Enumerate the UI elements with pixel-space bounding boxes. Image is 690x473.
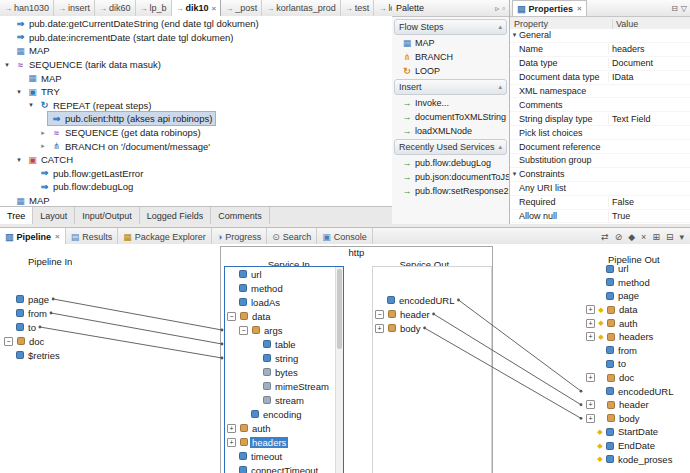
expander-icon[interactable]	[251, 354, 259, 362]
tree-expander-icon[interactable]	[14, 156, 24, 164]
palette-item[interactable]: Invoke...	[392, 96, 509, 110]
property-row[interactable]: Document data type IData	[510, 71, 690, 85]
field-label[interactable]: to	[616, 358, 628, 369]
property-value[interactable]: False	[608, 197, 690, 207]
pipeline-field-row[interactable]: page	[2, 292, 182, 306]
flow-step-row[interactable]: pub.flow:getLastError	[0, 167, 392, 181]
expander-icon[interactable]	[227, 312, 236, 321]
view-menu-icon[interactable]: ▾	[679, 232, 684, 242]
property-row[interactable]: Comments	[510, 98, 690, 112]
field-label[interactable]: mimeStream	[273, 381, 331, 392]
palette-item-label[interactable]: Invoke...	[415, 98, 449, 108]
property-row[interactable]: String display type Text Field	[510, 112, 690, 126]
field-label[interactable]: doc	[617, 372, 636, 383]
flow-step-row[interactable]: pub.flow:debugLog	[0, 180, 392, 194]
pin-palette-icon[interactable]: ▫	[502, 4, 505, 13]
field-label[interactable]: data	[617, 304, 640, 315]
field-label[interactable]: kode_proses	[616, 454, 674, 465]
flow-step-label[interactable]: MAP	[41, 73, 62, 84]
pipeline-field-row[interactable]: encodedURL	[373, 293, 491, 307]
flow-step-row[interactable]: pub.date:getCurrentDateString (end date …	[0, 17, 392, 31]
palette-item-label[interactable]: MAP	[415, 38, 435, 48]
expander-icon[interactable]	[586, 305, 595, 314]
field-label[interactable]: body	[398, 323, 423, 334]
flow-step-label[interactable]: SEQUENCE (get data robinops)	[65, 127, 201, 138]
property-value[interactable]: Text Field	[608, 114, 690, 124]
flow-step-label[interactable]: REPEAT (repeat steps)	[53, 100, 151, 111]
expander-icon[interactable]	[227, 424, 236, 433]
expander-icon[interactable]	[586, 414, 595, 423]
map-link-icon[interactable]: ⇄	[601, 232, 609, 242]
close-tab-icon[interactable]	[212, 4, 217, 13]
pipeline-field-row[interactable]: to	[2, 320, 182, 334]
flow-step-row[interactable]: BRANCH on '/document/message'	[0, 139, 392, 153]
field-label[interactable]: body	[617, 413, 642, 424]
expander-icon[interactable]	[586, 442, 594, 450]
field-label[interactable]: args	[262, 325, 284, 336]
scrollbar-thumb[interactable]	[337, 269, 342, 349]
property-value[interactable]: True	[608, 211, 690, 221]
palette-item-label[interactable]: pub.flow:setResponse2	[415, 186, 509, 196]
palette-item-label[interactable]: Recently Used Services	[399, 142, 495, 152]
view-tab[interactable]: Results	[66, 228, 119, 245]
palette-item[interactable]: LOOP	[392, 64, 509, 78]
field-label[interactable]: connectTimeout	[249, 465, 320, 473]
palette-item[interactable]: loadXMLNode	[392, 124, 509, 138]
flow-step[interactable]: TRY	[24, 85, 63, 98]
palette-item[interactable]: BRANCH	[392, 50, 509, 64]
palette-item[interactable]: pub.json:documentToJSO...	[392, 170, 509, 184]
pipeline-field-row[interactable]: encoding	[225, 407, 343, 421]
flow-step-label[interactable]: pub.flow:debugLog	[53, 181, 133, 192]
pipeline-field-row[interactable]: connectTimeout	[225, 463, 343, 473]
expander-icon[interactable]	[4, 295, 12, 303]
collapse-all-icon[interactable]: ⊟	[671, 4, 678, 13]
pipeline-field-row[interactable]: encodedURL	[584, 384, 690, 398]
pipeline-field-row[interactable]: method	[584, 276, 690, 290]
section-collapse-icon[interactable]	[498, 23, 502, 31]
palette-item-label[interactable]: BRANCH	[415, 52, 453, 62]
tree-expander-icon[interactable]	[26, 101, 36, 109]
flow-view-tab[interactable]: Layout	[33, 207, 75, 224]
pipeline-field-row[interactable]: string	[225, 351, 343, 365]
expander-icon[interactable]	[375, 310, 384, 319]
view-menu-icon[interactable]: ▽	[681, 4, 687, 13]
tree-expander-icon[interactable]	[38, 142, 48, 150]
view-tab[interactable]: Console	[317, 228, 373, 245]
flow-step-label[interactable]: MAP	[29, 45, 50, 56]
expander-icon[interactable]	[4, 351, 12, 359]
palette-item-label[interactable]: pub.flow:debugLog	[415, 158, 491, 168]
flow-step-label[interactable]: CATCH	[41, 154, 73, 165]
property-row[interactable]: Required False	[510, 196, 690, 210]
pipeline-field-row[interactable]: page	[584, 289, 690, 303]
view-tab[interactable]: Pipeline	[0, 228, 66, 245]
palette-item[interactable]: pub.flow:setResponse2	[392, 184, 509, 198]
property-row[interactable]: XML namespace	[510, 85, 690, 99]
flow-view-tab[interactable]: Comments	[211, 207, 270, 224]
palette-item[interactable]: pub.flow:debugLog	[392, 156, 509, 170]
set-value-icon[interactable]: ◆	[628, 232, 635, 242]
expander-icon[interactable]	[586, 292, 594, 300]
field-label[interactable]: StartDate	[616, 426, 660, 437]
flow-step[interactable]: pub.flow:getLastError	[36, 167, 146, 180]
flow-step-label[interactable]: pub.client:http (akses api robinops)	[65, 113, 212, 124]
flow-step[interactable]: BRANCH on '/document/message'	[48, 140, 213, 153]
palette-item[interactable]: Recently Used Services	[394, 139, 507, 155]
flow-step-row[interactable]: CATCH	[0, 153, 392, 167]
pipeline-field-row[interactable]: kode_proses	[584, 452, 690, 466]
flow-step[interactable]: pub.date:getCurrentDateString (end date …	[12, 17, 262, 30]
flow-step[interactable]: MAP	[24, 72, 65, 85]
collapse-palette-icon[interactable]: ▹	[495, 4, 499, 13]
pipeline-field-row[interactable]: body	[584, 412, 690, 426]
drop-variable-icon[interactable]: ×	[641, 232, 646, 242]
field-label[interactable]: encoding	[261, 409, 304, 420]
service-out-box[interactable]: encodedURL header body	[372, 266, 492, 473]
flow-step-label[interactable]: SEQUENCE (tarik data masuk)	[29, 59, 161, 70]
pipeline-field-row[interactable]: url	[225, 267, 343, 281]
expander-icon[interactable]	[251, 382, 259, 390]
section-collapse-icon[interactable]	[498, 143, 502, 151]
expander-icon[interactable]	[251, 396, 259, 404]
palette-item-label[interactable]: LOOP	[415, 66, 440, 76]
pipeline-field-row[interactable]: body	[373, 321, 491, 335]
flow-step-label[interactable]: MAP	[29, 195, 50, 206]
pipeline-field-row[interactable]: mimeStream	[225, 379, 343, 393]
